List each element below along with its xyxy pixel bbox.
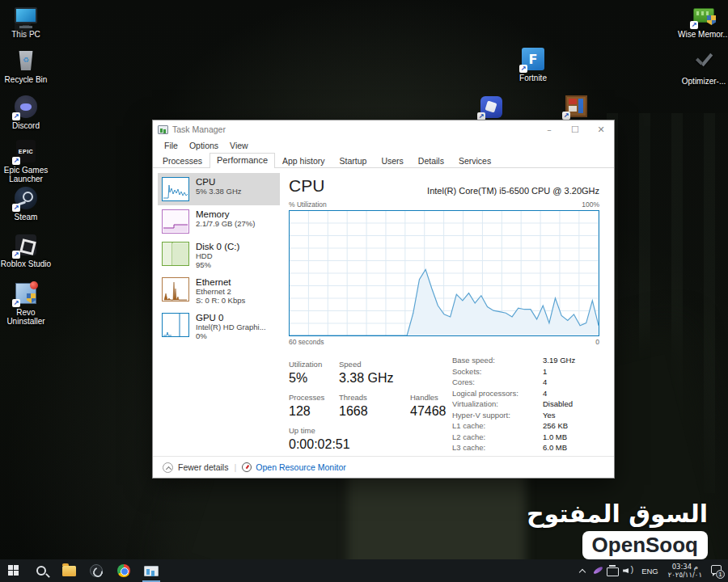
sidebar-item-memory[interactable]: Memory 2.1/7.9 GB (27%) [158,205,280,238]
gpu-mini-graph-icon [162,313,189,337]
tab-startup[interactable]: Startup [332,154,375,168]
desktop-icon-puzzle-game[interactable]: ↗ [550,94,602,118]
l3-cache-value: 6.0 MB [543,443,599,453]
taskbar-chrome[interactable] [110,559,138,582]
virtualization-label: Virtualization: [452,399,543,410]
desktop-icon-revo-uninstaller[interactable]: ↗ Revo Uninstaller [0,281,52,326]
l2-cache-label: L2 cache: [452,432,543,443]
desktop-icon-this-pc[interactable]: This PC [0,3,52,39]
tab-strip: Processes Performance App history Startu… [153,153,614,168]
task-manager-app-icon [158,125,168,134]
desktop-icon-optimizer[interactable]: Optimizer-... [678,50,728,86]
sidebar-item-disk[interactable]: Disk 0 (C:) HDD 95% [158,238,280,273]
icon-label: Discord [12,121,40,130]
taskbar-obs-studio[interactable] [83,559,110,582]
panel-title: CPU [289,176,324,196]
hyperv-value: Yes [543,411,599,421]
y-axis-max: 100% [582,200,599,209]
uptime-label: Up time [289,426,463,436]
desktop-icon-steam[interactable]: ↗ Steam [0,186,52,221]
sidebar-disk-title: Disk 0 (C:) [196,242,239,251]
taskbar-search-button[interactable] [28,559,55,582]
desktop-icon-recycle-bin[interactable]: Recycle Bin [0,48,52,84]
sidebar-item-gpu[interactable]: GPU 0 Intel(R) HD Graphi... 0% [158,309,280,344]
close-button[interactable]: ✕ [588,120,614,138]
desktop-icon-wise-memory[interactable]: ↗ Wise Memor... [678,3,728,39]
taskbar: ENG 03:34 م ٢٠٢٥/١١/٠١ 1 [0,559,728,582]
open-resource-monitor-link[interactable]: Open Resource Monitor [242,462,345,472]
shortcut-arrow-icon: ↗ [12,112,20,120]
shortcut-arrow-icon: ↗ [690,21,698,29]
clock-time: 03:34 م [668,563,702,571]
cpu-utilization-graph[interactable] [289,210,599,336]
desktop-icon-blue-app[interactable]: ↗ [465,95,517,119]
uptime-value: 0:00:02:51 [289,437,463,453]
maximize-button[interactable]: ☐ [562,120,588,138]
hyperv-label: Hyper-V support: [452,411,543,421]
processes-label: Processes [289,393,339,403]
icon-label: Fortnite [519,74,547,82]
desktop-icon-discord[interactable]: ↗ Discord [0,95,52,130]
threads-value: 1668 [339,404,410,420]
recycle-bin-icon [18,51,34,70]
chrome-icon [117,564,130,577]
desktop-icon-roblox-studio[interactable]: ↗ Roblox Studio [0,233,52,268]
cpu-stats-primary: Utilization Speed 5% 3.38 GHz Processes … [289,354,447,453]
tab-users[interactable]: Users [374,154,410,168]
task-manager-icon [144,566,159,576]
tab-details[interactable]: Details [411,154,451,168]
disk-mini-graph-icon [162,242,189,266]
pen-tray-icon[interactable] [592,565,603,576]
tab-processes[interactable]: Processes [155,154,210,168]
sidebar-item-cpu[interactable]: CPU 5% 3.38 GHz [158,173,280,205]
sidebar-cpu-title: CPU [196,177,242,187]
language-indicator[interactable]: ENG [638,567,662,576]
logical-processors-label: Logical processors: [452,389,543,399]
task-manager-footer: Fewer details | Open Resource Monitor [153,456,614,478]
icon-label: Optimizer-... [682,77,726,86]
menu-view[interactable]: View [224,141,254,150]
tab-services[interactable]: Services [451,154,498,168]
cpu-model-name: Intel(R) Core(TM) i5-6500 CPU @ 3.20GHz [427,186,599,196]
sidebar-ethernet-sub2: S: 0 R: 0 Kbps [196,296,245,305]
processes-value: 128 [289,404,339,420]
virtualization-value: Disabled [543,399,599,410]
taskbar-file-explorer[interactable] [55,559,83,582]
desktop-icon-epic-games[interactable]: EPIC↗ Epic Games Launcher [0,139,52,183]
shortcut-arrow-icon: ↗ [562,112,570,120]
sidebar-memory-title: Memory [196,209,255,219]
menu-options[interactable]: Options [184,141,224,150]
utilization-label: Utilization [289,360,339,370]
y-axis-label: % Utilization [289,200,327,209]
sidebar-item-ethernet[interactable]: Ethernet Ethernet 2 S: 0 R: 0 Kbps [158,273,280,309]
resource-monitor-label: Open Resource Monitor [256,462,345,472]
volume-icon[interactable] [622,565,635,576]
taskbar-task-manager[interactable] [138,559,165,582]
network-icon[interactable] [607,567,619,576]
fewer-details-button[interactable]: Fewer details [163,462,228,473]
chevron-up-circle-icon [163,462,173,473]
footer-divider: | [234,462,236,472]
memory-mini-graph-icon [162,209,189,234]
tab-app-history[interactable]: App history [275,154,332,168]
folder-icon [62,566,76,576]
shortcut-arrow-icon: ↗ [12,299,20,307]
speed-label: Speed [339,360,463,370]
x-axis-right-label: 0 [595,338,599,346]
action-center-button[interactable]: 1 [709,564,723,577]
start-button[interactable] [0,559,28,582]
minimize-button[interactable]: – [536,120,562,138]
icon-label: Recycle Bin [5,75,48,84]
sidebar-gpu-title: GPU 0 [196,313,266,323]
sockets-label: Sockets: [452,367,543,377]
desktop-icon-fortnite[interactable]: F↗ Fortnite [507,47,559,82]
tab-performance[interactable]: Performance [210,153,275,168]
cpu-performance-panel: CPU Intel(R) Core(TM) i5-6500 CPU @ 3.20… [280,168,614,456]
menu-file[interactable]: File [159,141,184,150]
clock-date: ٢٠٢٥/١١/٠١ [668,571,702,579]
title-bar[interactable]: Task Manager – ☐ ✕ [153,120,614,138]
utilization-value: 5% [289,371,339,387]
show-hidden-icons-button[interactable] [576,564,589,577]
watermark-latin-text: OpenSooq [592,533,698,557]
taskbar-clock[interactable]: 03:34 م ٢٠٢٥/١١/٠١ [665,563,705,579]
